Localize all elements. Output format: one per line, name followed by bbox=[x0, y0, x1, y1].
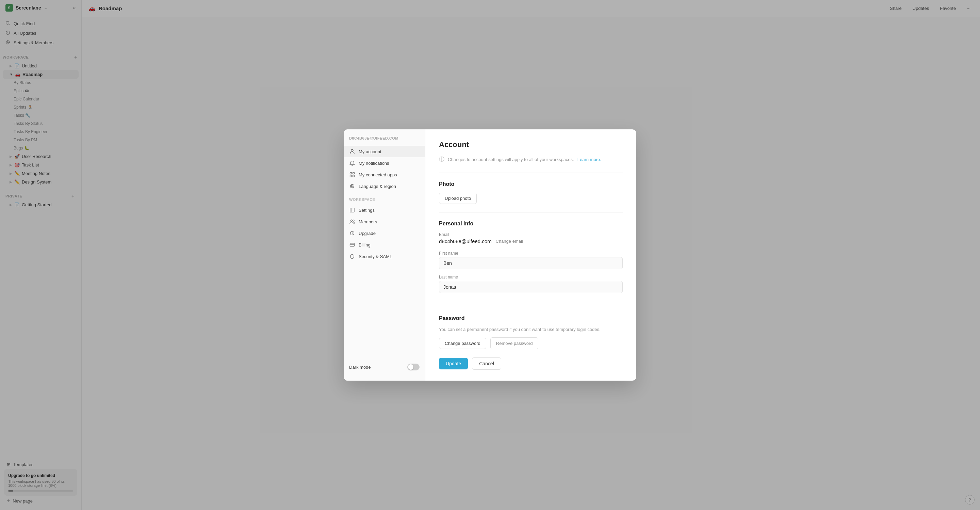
apps-icon bbox=[349, 172, 355, 178]
billing-label: Billing bbox=[359, 242, 371, 247]
divider-3 bbox=[439, 307, 623, 307]
password-buttons: Change password Remove password bbox=[439, 337, 623, 349]
modal-sidebar: D8C4B68E@UIFEED.COM My account My notifi… bbox=[344, 129, 425, 381]
billing-icon bbox=[349, 242, 355, 248]
upload-photo-button[interactable]: Upload photo bbox=[439, 193, 477, 204]
last-name-label: Last name bbox=[439, 275, 623, 279]
info-icon: ⓘ bbox=[439, 156, 444, 163]
remove-password-button[interactable]: Remove password bbox=[490, 337, 539, 349]
modal-nav-security[interactable]: Security & SAML bbox=[344, 250, 425, 262]
info-text: Changes to account settings will apply t… bbox=[448, 157, 574, 162]
modal-nav-settings[interactable]: Settings bbox=[344, 204, 425, 216]
modal-user-email: D8C4B68E@UIFEED.COM bbox=[344, 136, 425, 146]
email-field-label: Email bbox=[439, 232, 623, 237]
settings-icon bbox=[349, 207, 355, 213]
workspace-section-header: WORKSPACE bbox=[344, 192, 425, 204]
modal-nav-connected-apps[interactable]: My connected apps bbox=[344, 169, 425, 180]
learn-more-link[interactable]: Learn more. bbox=[578, 157, 601, 162]
svg-rect-9 bbox=[353, 175, 355, 177]
my-account-label: My account bbox=[359, 149, 381, 154]
svg-rect-17 bbox=[350, 244, 355, 247]
svg-rect-8 bbox=[350, 175, 352, 177]
divider-2 bbox=[439, 212, 623, 212]
change-password-button[interactable]: Change password bbox=[439, 338, 486, 349]
email-value: d8c4b68e@uifeed.com bbox=[439, 238, 492, 244]
svg-point-15 bbox=[353, 220, 354, 221]
globe-icon bbox=[349, 183, 355, 189]
security-saml-label: Security & SAML bbox=[359, 254, 392, 259]
language-region-label: Language & region bbox=[359, 184, 396, 189]
toggle-thumb bbox=[408, 364, 414, 370]
last-name-input[interactable] bbox=[439, 281, 623, 293]
change-email-button[interactable]: Change email bbox=[496, 239, 523, 244]
svg-rect-6 bbox=[350, 173, 352, 174]
modal-nav-my-notifications[interactable]: My notifications bbox=[344, 157, 425, 169]
update-button[interactable]: Update bbox=[439, 358, 468, 370]
bell-icon bbox=[349, 160, 355, 166]
svg-point-5 bbox=[351, 150, 353, 151]
account-title: Account bbox=[439, 140, 623, 149]
dark-mode-row: Dark mode bbox=[344, 360, 425, 374]
modal-nav-upgrade[interactable]: Upgrade bbox=[344, 228, 425, 239]
my-notifications-label: My notifications bbox=[359, 161, 389, 166]
info-banner: ⓘ Changes to account settings will apply… bbox=[439, 156, 623, 163]
modal-nav-my-account[interactable]: My account bbox=[344, 146, 425, 157]
photo-section-title: Photo bbox=[439, 181, 623, 187]
upgrade-icon bbox=[349, 230, 355, 236]
account-modal: D8C4B68E@UIFEED.COM My account My notifi… bbox=[344, 129, 636, 381]
modal-overlay[interactable]: D8C4B68E@UIFEED.COM My account My notifi… bbox=[0, 0, 980, 510]
person-icon bbox=[349, 148, 355, 155]
svg-point-14 bbox=[351, 220, 353, 222]
modal-nav-language[interactable]: Language & region bbox=[344, 180, 425, 192]
personal-info-section-title: Personal info bbox=[439, 221, 623, 227]
shield-icon bbox=[349, 253, 355, 260]
form-action-buttons: Update Cancel bbox=[439, 357, 623, 370]
svg-rect-7 bbox=[353, 173, 355, 174]
email-row: d8c4b68e@uifeed.com Change email bbox=[439, 238, 623, 244]
modal-nav-members[interactable]: Members bbox=[344, 216, 425, 228]
password-section-title: Password bbox=[439, 315, 623, 321]
members-icon bbox=[349, 218, 355, 225]
cancel-button[interactable]: Cancel bbox=[472, 357, 501, 370]
settings-label: Settings bbox=[359, 208, 375, 213]
first-name-label: First name bbox=[439, 251, 623, 256]
dark-mode-toggle[interactable] bbox=[407, 363, 420, 370]
members-label: Members bbox=[359, 219, 377, 224]
password-description: You can set a permanent password if you … bbox=[439, 327, 623, 332]
modal-nav-billing[interactable]: Billing bbox=[344, 239, 425, 250]
svg-rect-12 bbox=[350, 208, 354, 212]
connected-apps-label: My connected apps bbox=[359, 172, 397, 177]
modal-main-content: Account ⓘ Changes to account settings wi… bbox=[425, 129, 636, 381]
dark-mode-label: Dark mode bbox=[349, 365, 371, 370]
upgrade-label: Upgrade bbox=[359, 231, 375, 236]
first-name-input[interactable] bbox=[439, 257, 623, 269]
